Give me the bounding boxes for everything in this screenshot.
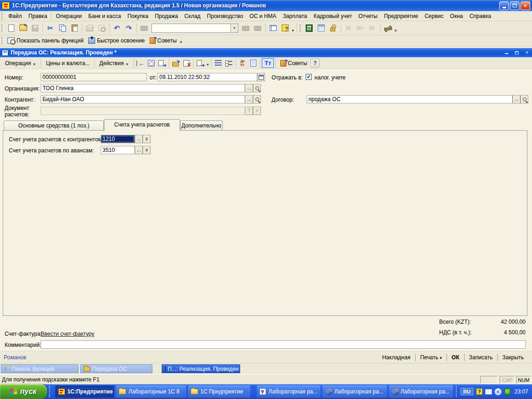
memory-recall-button[interactable]: M bbox=[343, 23, 354, 34]
settlement-doc-clear-button[interactable]: x bbox=[253, 107, 261, 115]
tab-additional[interactable]: Дополнительно bbox=[180, 121, 223, 130]
tax-accounting-checkbox[interactable]: ✓ bbox=[306, 74, 312, 80]
tray-antivirus-icon[interactable] bbox=[504, 388, 511, 395]
actions-menu-button[interactable]: Действия ▾ bbox=[96, 58, 132, 68]
tab-fixed-assets[interactable]: Основные средства (1 поз.) bbox=[4, 121, 104, 130]
1c-help-button[interactable] bbox=[279, 23, 290, 34]
menu-windows[interactable]: Окна bbox=[447, 12, 466, 21]
paste-button[interactable] bbox=[69, 23, 80, 34]
toolbar-grip[interactable] bbox=[1, 12, 4, 20]
task-firefox-1[interactable]: Лабораторная ра... bbox=[322, 386, 387, 398]
toolbar-overflow-button[interactable]: ▾ bbox=[395, 28, 397, 35]
task-folder-1c-enterprise[interactable]: 1С Предприятие bbox=[188, 386, 251, 398]
doc-close-button[interactable]: × bbox=[524, 49, 530, 56]
organization-input[interactable] bbox=[41, 84, 245, 92]
menu-help[interactable]: Справка bbox=[466, 12, 494, 21]
organization-select-button[interactable]: ... bbox=[245, 84, 253, 92]
menu-bank-cash[interactable]: Банк и касса bbox=[85, 12, 124, 21]
counterparty-select-button[interactable]: ... bbox=[245, 95, 253, 103]
doc-minimize-button[interactable] bbox=[503, 49, 510, 56]
memory-subtract-button[interactable]: M- bbox=[367, 23, 378, 34]
close-doc-button[interactable]: Закрыть bbox=[498, 353, 528, 362]
search-combobox-dropdown[interactable]: ▾ bbox=[230, 24, 238, 32]
close-button[interactable]: × bbox=[520, 1, 530, 10]
quick-start-button[interactable]: Быстрое освоение bbox=[86, 36, 147, 45]
text-format-toggle-button[interactable]: Тт bbox=[262, 58, 274, 68]
counterparty-account-clear-button[interactable]: x bbox=[143, 135, 151, 143]
calendar-button[interactable] bbox=[316, 23, 327, 34]
calculator-button[interactable] bbox=[304, 23, 315, 34]
print-menu-button[interactable]: Печать ▾ bbox=[416, 353, 447, 362]
settlement-doc-input[interactable] bbox=[41, 107, 245, 115]
toolbar-grip[interactable] bbox=[300, 24, 302, 32]
window-list-button[interactable] bbox=[267, 23, 278, 34]
find-next-button[interactable] bbox=[240, 23, 251, 34]
window-tab-function-panel[interactable]: Панель функций bbox=[1, 364, 79, 373]
find-previous-button[interactable] bbox=[252, 23, 263, 34]
tray-display-icon[interactable] bbox=[485, 389, 492, 394]
create-based-on-dropdown[interactable]: ▾ bbox=[206, 62, 209, 69]
memory-add-button[interactable]: M+ bbox=[355, 23, 366, 34]
report-button[interactable] bbox=[248, 58, 259, 68]
save-record-button[interactable]: Записать bbox=[465, 353, 497, 362]
minimize-button[interactable] bbox=[499, 1, 509, 10]
menu-file[interactable]: Файл bbox=[5, 12, 25, 21]
enter-invoice-link[interactable]: Ввести счет-фактуру bbox=[41, 330, 94, 338]
language-indicator[interactable]: RU bbox=[460, 388, 473, 395]
operation-menu-button[interactable]: Операция ▾ bbox=[2, 58, 39, 68]
reread-button[interactable]: ← bbox=[135, 58, 146, 68]
task-1c-enterprise-app[interactable]: 1С:Предприятие ... bbox=[55, 386, 115, 398]
copy-button[interactable] bbox=[57, 23, 68, 34]
menu-fixed-assets[interactable]: ОС и НМА bbox=[246, 12, 279, 21]
number-input[interactable] bbox=[41, 73, 147, 81]
doc-tips-button[interactable]: Советы bbox=[277, 58, 310, 68]
contract-input[interactable] bbox=[307, 95, 513, 103]
task-firefox-2[interactable]: Лабораторная ра... bbox=[389, 386, 453, 398]
toolbar-overflow-button[interactable]: ▾ bbox=[180, 40, 182, 46]
menu-service[interactable]: Сервис bbox=[421, 12, 447, 21]
postings-dtkt-button[interactable]: Дт Кт bbox=[237, 58, 248, 68]
counterparty-account-select-button[interactable]: ... bbox=[135, 135, 143, 143]
unpost-document-button[interactable] bbox=[181, 58, 192, 68]
prices-currency-button[interactable]: Цены и валюта... bbox=[42, 58, 93, 68]
counterparty-input[interactable] bbox=[41, 95, 245, 103]
menu-production[interactable]: Производство bbox=[204, 12, 246, 21]
contract-select-button[interactable]: ... bbox=[513, 95, 520, 103]
date-input[interactable] bbox=[157, 73, 257, 81]
start-button[interactable]: пуск bbox=[0, 384, 47, 399]
menu-enterprise[interactable]: Предприятие bbox=[381, 12, 421, 21]
cut-button[interactable]: ✂ bbox=[45, 23, 56, 34]
print-button[interactable] bbox=[84, 23, 95, 34]
toolbar-grip[interactable] bbox=[1, 37, 4, 44]
window-tab-transfer-list[interactable]: Передача ОС bbox=[80, 364, 152, 373]
search-combobox[interactable]: ▾ bbox=[151, 24, 238, 33]
organization-open-button[interactable] bbox=[253, 84, 261, 92]
undo-button[interactable]: ↶ bbox=[111, 23, 122, 34]
tray-help-icon[interactable]: ? bbox=[476, 388, 483, 395]
window-tab-current-document[interactable]: П...: Реализация. Проведен * bbox=[162, 364, 240, 373]
contract-open-button[interactable] bbox=[520, 95, 528, 103]
counterparty-open-button[interactable] bbox=[253, 95, 261, 103]
menu-edit[interactable]: Правка bbox=[25, 12, 51, 21]
menu-purchase[interactable]: Покупка bbox=[124, 12, 151, 21]
save-button[interactable] bbox=[30, 23, 41, 34]
menu-warehouse[interactable]: Склад bbox=[181, 12, 204, 21]
ok-button[interactable]: ОК bbox=[447, 353, 464, 362]
menu-sale[interactable]: Продажа bbox=[151, 12, 181, 21]
tab-settlement-accounts[interactable]: Счета учета расчетов bbox=[104, 119, 180, 131]
menu-hr[interactable]: Кадровый учет bbox=[310, 12, 355, 21]
quick-launch-divider[interactable] bbox=[49, 386, 53, 397]
menu-payroll[interactable]: Зарплата bbox=[279, 12, 310, 21]
new-document-button[interactable] bbox=[6, 23, 17, 34]
lock-session-button[interactable] bbox=[328, 23, 339, 34]
settlement-doc-type-button[interactable]: T bbox=[245, 107, 253, 115]
comment-input[interactable] bbox=[41, 340, 526, 349]
set-time-button[interactable] bbox=[146, 58, 157, 68]
task-folder-lab-1c8[interactable]: Лабораторные 1С 8 bbox=[116, 386, 186, 398]
menu-operations[interactable]: Операции bbox=[53, 12, 85, 21]
date-calendar-button[interactable] bbox=[257, 73, 265, 81]
restore-button[interactable] bbox=[510, 1, 520, 10]
advance-account-clear-button[interactable]: x bbox=[143, 146, 151, 154]
toolbar-overflow-button[interactable]: ▾ bbox=[292, 28, 294, 35]
show-function-panel-button[interactable]: Показать панель функций bbox=[5, 36, 86, 45]
